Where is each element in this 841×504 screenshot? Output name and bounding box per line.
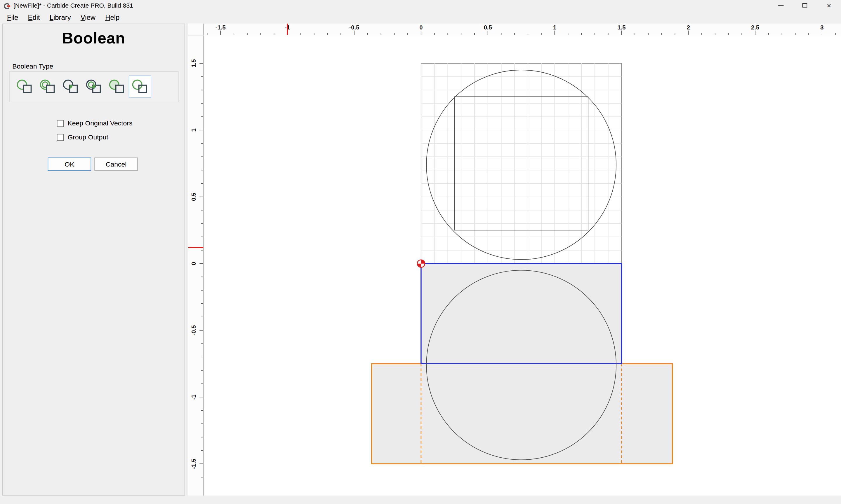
svg-text:2: 2 — [687, 24, 690, 31]
dialog-title: Boolean — [3, 30, 185, 47]
svg-text:0.5: 0.5 — [190, 193, 197, 201]
svg-text:-1.5: -1.5 — [216, 24, 226, 31]
boolean-type-group — [9, 71, 178, 102]
selected-blue-rectangle[interactable] — [421, 264, 622, 364]
ruler-cursor-x — [287, 24, 288, 35]
svg-text:-0.5: -0.5 — [190, 325, 197, 336]
menu-view[interactable]: View — [75, 11, 100, 23]
drawing-surface[interactable] — [204, 35, 841, 496]
svg-text:0: 0 — [419, 24, 423, 31]
cancel-button[interactable]: Cancel — [94, 158, 138, 171]
boolean-type-subtract-button[interactable] — [106, 75, 128, 98]
carbide-create-window: [NewFile]* - Carbide Create PRO, Build 8… — [0, 0, 841, 504]
svg-text:1: 1 — [553, 24, 556, 31]
svg-text:1.5: 1.5 — [617, 24, 625, 31]
app-logo-icon — [3, 2, 10, 9]
boolean-type-intersection-button[interactable] — [59, 75, 82, 98]
ruler-cursor-y — [188, 247, 204, 248]
stock-boundary — [421, 63, 622, 264]
checkbox-keep-original-vectors[interactable] — [57, 120, 64, 127]
close-icon: × — [827, 2, 831, 9]
close-button[interactable]: × — [817, 0, 841, 11]
svg-text:1.5: 1.5 — [190, 59, 197, 67]
vertical-ruler: 1.510.50-0.5-1-1.5 — [188, 35, 204, 496]
svg-text:1: 1 — [190, 128, 197, 131]
checkbox-group-output[interactable] — [57, 133, 64, 141]
horizontal-ruler: -1.5-1-0.500.511.522.53 — [188, 24, 841, 35]
application-window: [NewFile]* - Carbide Create PRO, Build 8… — [0, 0, 841, 504]
ok-button[interactable]: OK — [48, 158, 91, 171]
svg-text:-0.5: -0.5 — [349, 24, 359, 31]
menu-bar: FileEditLibraryViewHelp — [0, 11, 841, 24]
menu-help[interactable]: Help — [101, 11, 124, 23]
boolean-type-buttons — [10, 72, 178, 98]
orange-rectangle[interactable] — [372, 364, 672, 464]
maximize-icon — [803, 3, 807, 7]
svg-text:0.5: 0.5 — [484, 24, 492, 31]
boolean-type-union-button[interactable] — [14, 75, 36, 98]
ruler-corner — [188, 24, 204, 35]
svg-text:0: 0 — [190, 262, 197, 265]
boolean-type-subtract-keep-originals-button[interactable] — [129, 75, 151, 98]
boolean-type-union-keep-originals-button[interactable] — [36, 75, 59, 98]
boolean-type-label: Boolean Type — [12, 63, 53, 70]
maximize-button[interactable] — [793, 0, 817, 11]
option-row: Group Output — [57, 130, 133, 144]
origin-marker — [417, 260, 425, 268]
option-row: Keep Original Vectors — [57, 116, 133, 130]
menu-file[interactable]: File — [2, 11, 23, 23]
menu-library[interactable]: Library — [45, 11, 75, 23]
boolean-type-intersection-keep-originals-button[interactable] — [83, 75, 105, 98]
title-bar[interactable]: [NewFile]* - Carbide Create PRO, Build 8… — [0, 0, 841, 11]
svg-text:3: 3 — [820, 24, 823, 31]
boolean-options: Keep Original VectorsGroup Output — [57, 116, 133, 144]
option-label: Keep Original Vectors — [67, 120, 132, 127]
minimize-icon — [778, 5, 783, 5]
design-canvas-area[interactable]: -1.5-1-0.500.511.522.53 1.510.50-0.5-1-1… — [188, 24, 841, 496]
menu-edit[interactable]: Edit — [23, 11, 45, 23]
option-label: Group Output — [67, 133, 108, 141]
window-title: [NewFile]* - Carbide Create PRO, Build 8… — [14, 2, 133, 8]
svg-text:-1: -1 — [190, 394, 197, 400]
minimize-button[interactable] — [769, 0, 793, 11]
svg-text:-1.5: -1.5 — [190, 459, 197, 469]
boolean-dialog-panel: Boolean Boolean Type Keep Original Vecto… — [2, 24, 185, 496]
svg-text:2.5: 2.5 — [751, 24, 759, 31]
window-controls: × — [769, 0, 841, 11]
